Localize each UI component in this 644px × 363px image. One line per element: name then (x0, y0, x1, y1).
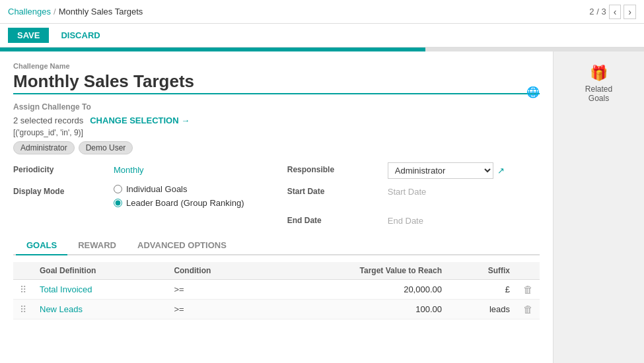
table-row: ⠿ New Leads >= 100.00 leads 🗑 (13, 300, 540, 319)
display-mode-label: Display Mode (13, 184, 106, 196)
condition-1: >= (174, 304, 184, 314)
radio-leaderboard-label: Leader Board (Group Ranking) (126, 198, 244, 208)
col-goal-definition: Goal Definition (33, 262, 167, 280)
form-grid: Periodicity Monthly Responsible Administ… (13, 162, 540, 226)
content-wrapper: Challenge Name 🌐 Assign Challenge To 2 s… (0, 51, 644, 363)
main-content: Challenge Name 🌐 Assign Challenge To 2 s… (0, 51, 553, 363)
periodicity-value[interactable]: Monthly (114, 162, 279, 175)
target-0: 20,000.00 (404, 284, 442, 294)
col-drag (13, 262, 33, 280)
globe-icon[interactable]: 🌐 (526, 86, 540, 98)
radio-individual[interactable]: Individual Goals (114, 184, 279, 194)
goals-table: Goal Definition Condition Target Value t… (13, 262, 540, 319)
responsible-row: Administrator ↗ (388, 162, 540, 179)
breadcrumb-current: Monthly Sales Targets (59, 7, 143, 16)
drag-handle[interactable]: ⠿ (20, 304, 26, 315)
tab-goals[interactable]: GOALS (16, 236, 67, 255)
col-delete (517, 262, 540, 280)
pagination-next[interactable]: › (624, 5, 636, 19)
suffix-1: leads (489, 304, 510, 314)
pagination: 2 / 3 ‹ › (589, 5, 636, 19)
tab-reward[interactable]: REWARD (67, 236, 127, 255)
badge-administrator: Administrator (13, 141, 75, 154)
start-date-value[interactable]: Start Date (388, 184, 540, 197)
responsible-label: Responsible (287, 162, 380, 174)
suffix-0: £ (505, 284, 510, 294)
col-condition: Condition (167, 262, 264, 280)
pagination-text: 2 / 3 (589, 7, 606, 16)
pagination-prev[interactable]: ‹ (609, 5, 622, 19)
goal-total-invoiced[interactable]: Total Invoiced (40, 284, 92, 294)
domain-filter: [('groups_id', 'in', 9)] (13, 128, 540, 137)
end-date-label: End Date (287, 213, 380, 225)
assign-label: Assign Challenge To (13, 102, 540, 112)
change-selection-button[interactable]: CHANGE SELECTION → (90, 116, 190, 125)
col-target-value: Target Value to Reach (264, 262, 448, 280)
gift-icon: 🎁 (590, 65, 608, 82)
tab-advanced[interactable]: ADVANCED OPTIONS (127, 236, 237, 255)
delete-row-0[interactable]: 🗑 (523, 284, 533, 295)
table-row: ⠿ Total Invoiced >= 20,000.00 £ 🗑 (13, 280, 540, 300)
breadcrumb: Challenges / Monthly Sales Targets (8, 7, 143, 16)
goal-new-leads[interactable]: New Leads (40, 304, 83, 314)
condition-0: >= (174, 284, 184, 294)
records-count: 2 selected records (13, 116, 83, 125)
discard-button[interactable]: DISCARD (54, 28, 106, 43)
related-goals-button[interactable]: 🎁 RelatedGoals (579, 58, 619, 110)
start-date-label: Start Date (287, 184, 380, 196)
tabs-bar: GOALS REWARD ADVANCED OPTIONS (13, 236, 540, 255)
right-panel: 🎁 RelatedGoals (553, 51, 644, 363)
responsible-select[interactable]: Administrator (388, 162, 493, 179)
related-goals-label: RelatedGoals (585, 84, 612, 103)
target-1: 100.00 (415, 304, 442, 314)
drag-handle[interactable]: ⠿ (20, 284, 26, 295)
challenge-name-input[interactable] (13, 71, 540, 94)
challenge-name-label: Challenge Name (13, 62, 540, 70)
radio-individual-label: Individual Goals (126, 184, 188, 194)
action-bar: SAVE DISCARD (0, 24, 644, 48)
breadcrumb-bar: Challenges / Monthly Sales Targets 2 / 3… (0, 0, 644, 24)
delete-row-1[interactable]: 🗑 (523, 304, 533, 315)
periodicity-label: Periodicity (13, 162, 106, 174)
assign-row: 2 selected records CHANGE SELECTION → (13, 116, 540, 125)
display-mode-options: Individual Goals Leader Board (Group Ran… (114, 184, 279, 208)
badge-demo-user: Demo User (79, 141, 133, 154)
breadcrumb-parent[interactable]: Challenges (8, 7, 51, 16)
breadcrumb-separator: / (54, 7, 56, 16)
save-button[interactable]: SAVE (8, 28, 49, 43)
external-link-icon[interactable]: ↗ (497, 166, 505, 176)
radio-leaderboard[interactable]: Leader Board (Group Ranking) (114, 198, 279, 208)
badges-row: Administrator Demo User (13, 141, 540, 154)
end-date-value[interactable]: End Date (388, 213, 540, 226)
col-suffix: Suffix (448, 262, 517, 280)
